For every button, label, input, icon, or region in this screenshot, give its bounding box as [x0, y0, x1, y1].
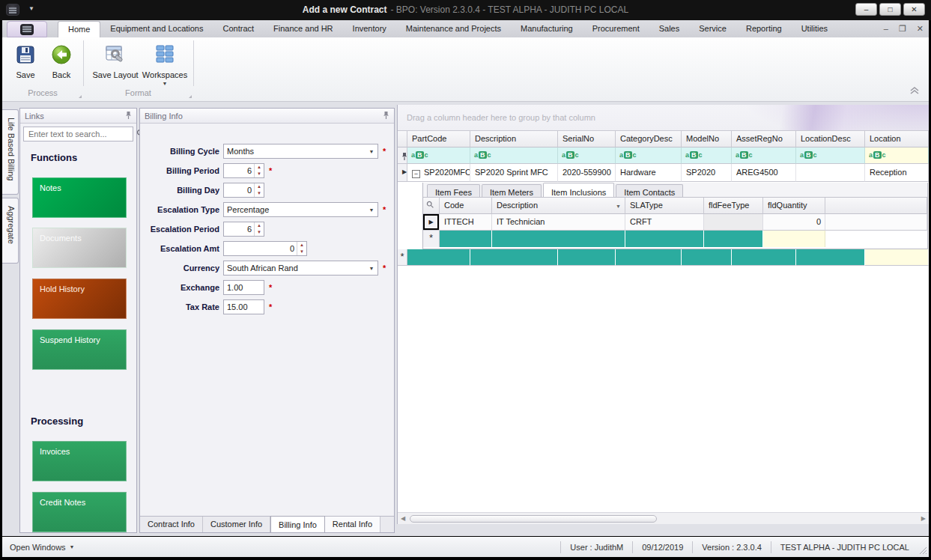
chevron-down-icon[interactable]: ▼ — [616, 204, 621, 209]
spinner-arrows-icon[interactable]: ▲▼ — [297, 242, 306, 255]
cell-serialno[interactable]: 2020-559900 — [558, 164, 616, 182]
column-header-assetregno[interactable]: AssetRegNo — [732, 131, 796, 147]
spinner-arrows-icon[interactable]: ▲▼ — [254, 164, 264, 177]
mdi-restore-button[interactable]: ❐ — [899, 24, 906, 34]
detail-search-icon[interactable] — [423, 198, 440, 214]
filter-cell-description[interactable]: aBc — [470, 147, 558, 164]
pin-icon[interactable] — [125, 111, 132, 121]
search-input[interactable] — [27, 129, 136, 139]
filter-cell-serialno[interactable]: aBc — [558, 147, 616, 164]
tab-rental-info[interactable]: Rental Info — [325, 517, 380, 532]
cell-location[interactable]: Reception — [865, 164, 929, 182]
column-header-description[interactable]: Description — [470, 131, 558, 147]
new-cell-code[interactable] — [440, 231, 492, 247]
link-button-documents[interactable]: Documents — [32, 228, 127, 268]
filter-cell-categorydesc[interactable]: aBc — [616, 147, 682, 164]
pin-icon[interactable] — [383, 111, 389, 121]
cell-fldquantity[interactable]: 0 — [763, 214, 825, 231]
ribbon-tab-finance-and-hr[interactable]: Finance and HR — [264, 21, 343, 37]
tab-item-contacts[interactable]: Item Contacts — [616, 184, 683, 197]
side-tab-aggregate[interactable]: Aggregate — [2, 198, 19, 264]
tab-contract-info[interactable]: Contract Info — [140, 517, 203, 532]
open-windows-button[interactable]: Open Windows ▼ — [2, 543, 75, 552]
chevron-down-icon[interactable]: ▼ — [366, 207, 377, 213]
save-layout-button[interactable]: Save Layout — [89, 42, 142, 79]
detail-column-fldquantity[interactable]: fldQuantity — [763, 198, 825, 214]
cell-assetregno[interactable]: AREG4500 — [732, 164, 796, 182]
escalation-period-spinner[interactable]: 6 ▲▼ — [223, 222, 264, 237]
escalation-amt-spinner[interactable]: 0 ▲▼ — [223, 241, 307, 256]
billing-cycle-dropdown[interactable]: Months ▼ — [223, 144, 378, 159]
ribbon-tab-utilities[interactable]: Utilities — [792, 21, 837, 37]
filter-cell-modelno[interactable]: aBc — [682, 147, 732, 164]
back-button[interactable]: Back — [44, 42, 79, 79]
scroll-right-icon[interactable]: ▶ — [921, 515, 926, 522]
tab-billing-info[interactable]: Billing Info — [270, 516, 325, 532]
side-tab-life-based-billing[interactable]: Life Based Billing — [2, 109, 19, 195]
cell-description[interactable]: IT Technician — [492, 214, 625, 231]
detail-column-description[interactable]: Description▼ — [492, 198, 625, 214]
application-menu-button[interactable] — [7, 21, 47, 37]
column-header-serialno[interactable]: SerialNo — [558, 131, 616, 147]
ribbon-tab-inventory[interactable]: Inventory — [343, 21, 396, 37]
new-cell-slatype[interactable] — [625, 231, 704, 247]
new-cell-partcode[interactable] — [407, 249, 470, 266]
grid-data-row[interactable]: ▶ −SP2020MFC SP2020 Sprint MFC 2020-5599… — [398, 164, 929, 182]
tab-item-meters[interactable]: Item Meters — [482, 184, 542, 197]
currency-dropdown[interactable]: South African Rand ▼ — [223, 261, 378, 276]
new-cell-description[interactable] — [492, 231, 625, 247]
workspaces-button[interactable]: Workspaces ▼ — [142, 42, 188, 86]
detail-column-code[interactable]: Code — [440, 198, 492, 214]
grid-new-row[interactable]: * — [398, 249, 929, 266]
tab-customer-info[interactable]: Customer Info — [203, 517, 270, 532]
detail-column-slatype[interactable]: SLAType — [625, 198, 704, 214]
maximize-button[interactable]: □ — [879, 3, 901, 16]
chevron-down-icon[interactable]: ▼ — [366, 266, 377, 271]
ribbon-tab-contract[interactable]: Contract — [213, 21, 264, 37]
cell-fldfeetype[interactable] — [704, 214, 763, 231]
ribbon-tab-service[interactable]: Service — [689, 21, 736, 37]
link-button-hold-history[interactable]: Hold History — [32, 279, 127, 319]
chevron-down-icon[interactable]: ▼ — [366, 149, 377, 154]
spinner-arrows-icon[interactable]: ▲▼ — [254, 222, 264, 236]
resize-grip[interactable] — [918, 537, 929, 557]
detail-data-row[interactable]: ▶ ITTECH IT Technician CRFT 0 — [423, 214, 927, 231]
filter-cell-partcode[interactable]: aBc — [407, 147, 470, 164]
horizontal-scrollbar[interactable]: ◀ ▶ — [398, 512, 929, 524]
new-cell-serialno[interactable] — [558, 249, 616, 266]
scrollbar-thumb[interactable] — [410, 515, 657, 523]
column-header-categorydesc[interactable]: CategoryDesc — [616, 131, 682, 147]
tax-rate-input[interactable]: 15.00 — [223, 299, 264, 314]
ribbon-tab-sales[interactable]: Sales — [649, 21, 690, 37]
ribbon-tab-equipment-and-locations[interactable]: Equipment and Locations — [100, 21, 213, 37]
mdi-close-button[interactable]: ✕ — [917, 24, 924, 34]
column-header-modelno[interactable]: ModelNo — [682, 131, 732, 147]
new-cell-description[interactable] — [470, 249, 558, 266]
exchange-input[interactable]: 1.00 — [223, 280, 264, 295]
filter-cell-location[interactable]: aBc — [865, 147, 929, 164]
minimize-button[interactable]: – — [855, 3, 877, 16]
cell-slatype[interactable]: CRFT — [625, 214, 704, 231]
filter-cell-assetregno[interactable]: aBc — [732, 147, 796, 164]
new-cell-location[interactable] — [865, 249, 929, 266]
new-cell-fldfeetype[interactable] — [704, 231, 763, 247]
ribbon-tab-manufacturing[interactable]: Manufacturing — [511, 21, 583, 37]
column-header-location[interactable]: Location — [865, 131, 929, 147]
ribbon-tab-maintenance-and-projects[interactable]: Maintenance and Projects — [396, 21, 511, 37]
cell-partcode[interactable]: −SP2020MFC — [407, 164, 470, 182]
link-button-invoices[interactable]: Invoices — [32, 441, 127, 481]
ribbon-tab-procurement[interactable]: Procurement — [583, 21, 649, 37]
mdi-minimize-button[interactable]: – — [884, 24, 888, 34]
link-button-suspend-history[interactable]: Suspend History — [32, 329, 127, 370]
new-cell-assetregno[interactable] — [732, 249, 796, 266]
filter-cell-locationdesc[interactable]: aBc — [796, 147, 865, 164]
links-search-box[interactable] — [23, 127, 133, 141]
group-by-bar[interactable]: Drag a column header here to group by th… — [398, 105, 929, 131]
detail-new-row[interactable]: * — [423, 231, 927, 247]
cell-description[interactable]: SP2020 Sprint MFC — [470, 164, 558, 182]
new-cell-locationdesc[interactable] — [796, 249, 865, 266]
tab-item-inclusions[interactable]: Item Inclusions — [543, 183, 614, 197]
tab-item-fees[interactable]: Item Fees — [427, 184, 480, 197]
link-button-notes[interactable]: Notes — [32, 177, 127, 218]
column-header-locationdesc[interactable]: LocationDesc — [796, 131, 865, 147]
